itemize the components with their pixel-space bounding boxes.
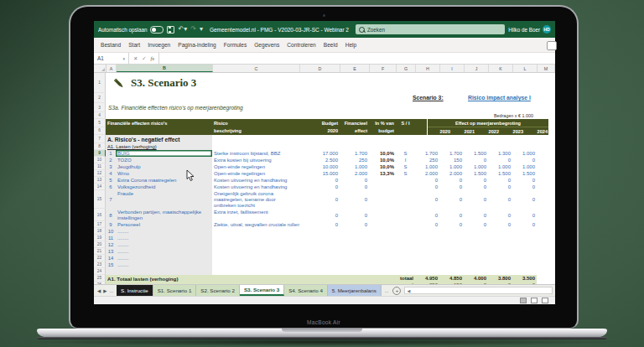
risk-desc-cell[interactable] [212,248,299,255]
risk-year-2023[interactable]: 0 [488,190,512,209]
view-page-layout-icon[interactable] [531,298,538,303]
row-header-23[interactable]: 23 [94,262,106,268]
totals-year-2024[interactable]: 0 [512,282,537,284]
risk-year-2024[interactable] [512,255,537,262]
risk-name-cell[interactable]: Volksgezondheid [116,184,212,190]
risk-year-2021[interactable]: 0 [439,184,464,190]
risk-effect-cell[interactable] [340,255,369,262]
risk-year-2024[interactable] [512,262,537,268]
risk-pct-cell[interactable]: 13,3% [369,170,396,177]
row-header-11[interactable]: 11 [94,163,106,170]
totals-year-2021[interactable]: 4.850 [439,275,464,282]
risk-desc-cell[interactable]: Extra kosten bij uitvoering [212,157,299,163]
risk-budget-cell[interactable] [299,255,340,262]
account-button[interactable]: Hilko de Boer HD [508,25,551,34]
risk-desc-cell[interactable] [212,228,299,235]
redo-icon[interactable]: ↷ [190,26,196,33]
sheet-tab-s4-scenario-4[interactable]: S4. Scenario 4 [284,285,328,296]
hscroll-left-icon[interactable]: ◀ [405,288,412,293]
row-header-20[interactable]: 20 [94,241,106,248]
risk-pct-cell[interactable] [369,209,396,221]
menu-tab-invoegen[interactable]: Invoegen [148,42,170,48]
risk-year-2021[interactable] [439,262,464,268]
risk-year-2022[interactable]: 1.500 [464,170,488,177]
risk-nr[interactable]: 5 [106,177,116,184]
risk-si-cell[interactable]: S [396,170,415,177]
row-header-16[interactable]: 16 [94,209,106,221]
risk-year-2023[interactable]: 1.500 [488,170,512,177]
save-icon[interactable] [167,26,174,34]
risk-budget-cell[interactable]: 17.000 [299,150,340,157]
risk-si-cell[interactable]: S [396,163,415,170]
totals-year-2022[interactable]: 4.000 [464,275,488,282]
risk-year-2024[interactable] [512,248,537,255]
sheet-tab-s1-scenario-1[interactable]: S1. Scenario 1 [153,285,197,296]
risk-desc-cell[interactable]: Ziekte, uitval, wegvallen cruciale rolle… [212,221,299,228]
risk-nr[interactable]: 9 [106,221,116,228]
tabs-prev-icon[interactable]: ◀ [97,288,101,293]
tabs-more-left[interactable]: ... [109,288,113,293]
risk-year-2023[interactable]: 0 [488,209,512,221]
row-header-10[interactable]: 10 [94,157,106,163]
risk-year-2022[interactable]: 0 [464,184,488,190]
risk-name-cell[interactable]: ........ [116,255,212,262]
row-header-8[interactable]: 8 [94,143,106,150]
risk-year-2021[interactable] [439,255,464,262]
risk-year-2024[interactable] [512,241,537,248]
row-header-22[interactable]: 22 [94,255,106,262]
risk-year-2021[interactable]: 1.700 [439,150,464,157]
totals-year-2023[interactable]: 0 [488,282,512,284]
risk-budget-cell[interactable] [299,262,340,268]
risk-name-cell[interactable]: Extra Corona maatregelen [116,177,212,184]
risk-effect-cell[interactable]: 1.700 [340,150,369,157]
risk-year-2023[interactable] [488,255,512,262]
risk-effect-cell[interactable] [340,248,369,255]
column-header-F[interactable]: F [370,65,397,72]
risk-nr[interactable]: 6 [106,184,116,190]
risk-year-2023[interactable] [488,228,512,235]
risk-si-cell[interactable] [396,177,415,184]
empty-band-cell[interactable] [106,268,212,275]
column-header-J[interactable]: J [465,65,489,72]
risk-year-2020[interactable] [415,255,439,262]
risk-effect-cell[interactable] [340,228,369,235]
risk-pct-cell[interactable] [369,177,396,184]
risk-effect-cell[interactable]: 1.000 [340,163,369,170]
totals-year-2021[interactable]: 150 [439,282,464,284]
risk-desc-cell[interactable] [212,241,299,248]
risk-nr[interactable]: 3 [106,163,116,170]
risk-year-2022[interactable]: 0 [464,157,488,163]
tabs-overflow[interactable]: ... [382,285,392,296]
risk-year-2020[interactable] [415,228,439,235]
totals-year-2020[interactable]: 4.950 [415,275,439,282]
risk-pct-cell[interactable] [369,228,396,235]
risk-name-cell[interactable]: ........ [116,241,212,248]
column-header-G[interactable]: G [397,65,416,72]
risk-si-cell[interactable] [396,262,415,268]
column-header-D[interactable]: D [300,65,340,72]
risk-desc-cell[interactable] [212,235,299,241]
risk-desc-cell[interactable] [212,262,299,268]
risk-year-2023[interactable]: 0 [488,184,512,190]
column-header-K[interactable]: K [489,65,513,72]
risk-nr[interactable]: 10 [106,228,116,235]
header-col-risk[interactable]: Risico [212,119,299,127]
risk-nr[interactable]: 14 [106,255,116,262]
row-header-3[interactable]: 3 [94,103,106,112]
risk-year-2022[interactable]: 1.500 [464,150,488,157]
risk-year-2023[interactable] [488,241,512,248]
risk-year-2023[interactable]: 0 [488,221,512,228]
risk-name-cell[interactable]: BUIG [116,150,212,157]
risk-si-cell[interactable]: I [396,157,415,163]
row-header-4[interactable]: 4 [94,112,106,119]
risk-year-2023[interactable] [488,248,512,255]
risk-desc-cell[interactable]: Sterke instroom bijstand, BBZ [212,150,299,157]
risk-name-cell[interactable]: ........ [116,248,212,255]
risk-budget-cell[interactable] [299,235,340,241]
menu-tab-beeld[interactable]: Beeld [324,42,338,48]
risk-budget-cell[interactable]: 0 [299,190,340,209]
totals-year-2022[interactable]: 0 [464,282,488,284]
risk-nr[interactable]: 8 [106,209,116,221]
risk-budget-cell[interactable]: 0 [299,184,340,190]
risk-pct-cell[interactable] [369,190,396,209]
